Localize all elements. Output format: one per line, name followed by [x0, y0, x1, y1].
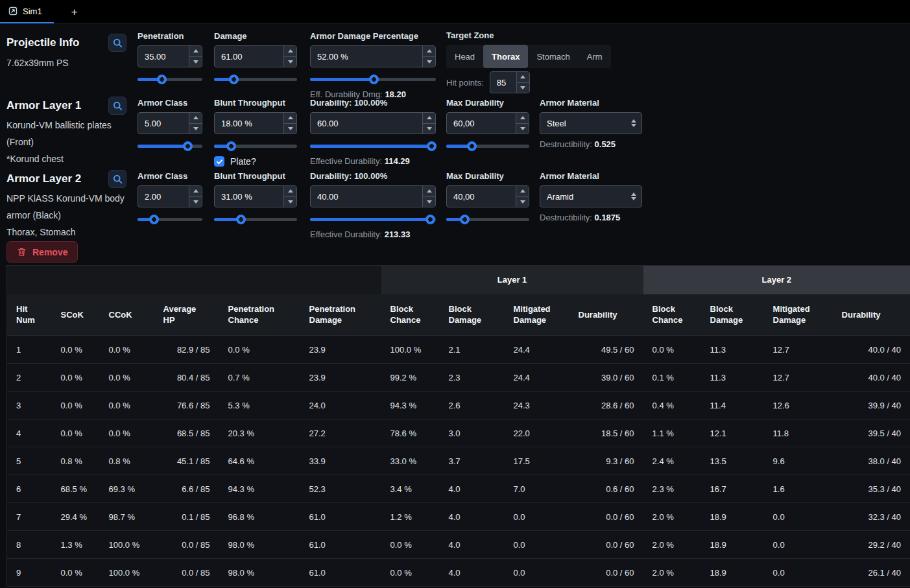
layer1-max-durability-slider[interactable]	[446, 141, 529, 151]
slider-thumb[interactable]	[425, 215, 435, 224]
hit-points-label: Hit points:	[446, 78, 484, 88]
layer2-armor-class-slider[interactable]	[138, 215, 202, 224]
col-average-hp: Average HP	[154, 294, 219, 336]
slider-thumb[interactable]	[369, 75, 379, 84]
zone-button-thorax[interactable]: Thorax	[483, 45, 528, 68]
layer1-material-select[interactable]: Steel	[540, 112, 642, 134]
col-l1-block-chance: Block Chance	[381, 294, 440, 336]
spin-down-button[interactable]	[189, 123, 202, 134]
slider-thumb[interactable]	[467, 141, 477, 151]
table-cell: 32.3 / 40	[833, 503, 910, 531]
table-cell: 0.0 %	[381, 559, 440, 587]
table-cell: 96.8 %	[219, 503, 300, 531]
table-cell: 28.6 / 60	[569, 392, 643, 419]
slider-thumb[interactable]	[229, 75, 239, 84]
spin-down-button[interactable]	[516, 196, 529, 207]
spin-down-button[interactable]	[284, 123, 296, 134]
table-cell: 78.6 %	[381, 419, 440, 447]
table-cell: 82.9 / 85	[154, 336, 219, 364]
layer1-search-button[interactable]	[108, 97, 126, 115]
spin-up-button[interactable]	[284, 46, 296, 56]
spin-up-button[interactable]	[423, 113, 435, 123]
table-cell: 7	[7, 503, 52, 531]
table-cell: 0.0 %	[52, 419, 100, 447]
damage-slider[interactable]	[214, 75, 297, 84]
armor-damage-input[interactable]	[310, 45, 436, 67]
table-cell: 23.9	[300, 336, 381, 364]
penetration-slider[interactable]	[138, 75, 202, 84]
spin-down-button[interactable]	[284, 56, 296, 67]
remove-layer-button[interactable]: Remove	[6, 241, 78, 263]
table-cell: 7.0	[505, 475, 569, 503]
layer1-durability-slider[interactable]	[310, 141, 436, 151]
table-cell: 39.9 / 40	[833, 392, 910, 419]
chevron-up-icon	[520, 189, 525, 193]
tab-sim1[interactable]: Sim1	[0, 0, 54, 23]
new-tab-button[interactable]: +	[71, 6, 78, 18]
spin-up-button[interactable]	[189, 46, 202, 56]
table-cell: 22.0	[505, 419, 569, 447]
layer2-blunt-slider[interactable]	[214, 215, 297, 224]
layer2-max-durability-slider[interactable]	[446, 215, 529, 224]
layer1-blunt-slider[interactable]	[214, 141, 297, 151]
layer2-search-button[interactable]	[108, 170, 126, 188]
table-cell: 3	[7, 392, 52, 419]
spin-down-button[interactable]	[284, 196, 296, 207]
projectile-section-header: Projectile Info	[6, 34, 126, 52]
slider-thumb[interactable]	[149, 215, 159, 224]
spin-down-button[interactable]	[189, 196, 202, 207]
projectile-search-button[interactable]	[108, 34, 126, 52]
slider-thumb[interactable]	[460, 215, 470, 224]
spin-up-button[interactable]	[284, 186, 296, 196]
slider-thumb[interactable]	[236, 215, 246, 224]
spin-down-button[interactable]	[423, 196, 435, 207]
chevron-up-icon	[520, 116, 525, 119]
table-cell: 18.9	[701, 531, 764, 559]
layer1-max-durability-control: Max Durability	[446, 98, 529, 151]
table-cell: 1	[7, 336, 52, 364]
table-cell: 17.5	[505, 447, 569, 475]
slider-thumb[interactable]	[226, 141, 236, 151]
spin-up-button[interactable]	[423, 46, 435, 56]
spin-up-button[interactable]	[423, 186, 435, 196]
destructibility-line: Destructibility: 0.1875	[540, 213, 642, 222]
table-cell: 45.1 / 85	[154, 447, 219, 475]
spin-up-button[interactable]	[284, 113, 296, 123]
destructibility-line: Destructibility: 0.525	[540, 139, 642, 149]
col-l2-block-damage: Block Damage	[701, 294, 764, 336]
chevron-down-icon	[520, 86, 525, 89]
spin-down-button[interactable]	[423, 123, 435, 134]
zone-button-arm[interactable]: Arm	[579, 45, 611, 68]
zone-button-head[interactable]: Head	[446, 45, 483, 68]
chevron-down-icon	[193, 200, 198, 204]
armor-damage-slider[interactable]	[310, 75, 436, 84]
table-row: 30.0 %0.0 %76.6 / 855.3 %24.094.3 %2.624…	[7, 392, 910, 419]
layer2-material-select[interactable]: Aramid	[540, 185, 642, 207]
spin-up-button[interactable]	[189, 186, 202, 196]
layer1-armor-class-slider[interactable]	[138, 141, 202, 151]
slider-thumb[interactable]	[183, 141, 193, 151]
spin-up-button[interactable]	[516, 113, 529, 123]
plate-checkbox[interactable]: Plate?	[214, 156, 297, 167]
spin-down-button[interactable]	[423, 56, 435, 67]
layer1-durability-input[interactable]	[310, 112, 436, 134]
spin-up-button[interactable]	[189, 113, 202, 123]
layer2-durability-slider[interactable]	[310, 215, 436, 224]
tab-bar: Sim1 +	[0, 0, 910, 24]
spin-up-button[interactable]	[517, 72, 529, 82]
spin-down-button[interactable]	[189, 56, 202, 67]
table-cell: 18.9	[701, 503, 764, 531]
layer1-title: Armor Layer 1	[6, 99, 81, 112]
table-cell: 3.0	[440, 419, 505, 447]
slider-thumb[interactable]	[157, 75, 167, 84]
slider-thumb[interactable]	[427, 141, 437, 151]
spin-up-button[interactable]	[516, 186, 529, 196]
table-cell: 39.5 / 40	[833, 419, 910, 447]
spin-down-button[interactable]	[516, 123, 529, 134]
table-cell: 11.3	[701, 364, 764, 392]
table-cell: 0.6 / 60	[569, 475, 643, 503]
layer2-durability-input[interactable]	[310, 185, 436, 207]
spin-down-button[interactable]	[517, 82, 529, 93]
zone-button-stomach[interactable]: Stomach	[528, 45, 578, 68]
table-cell: 38.0 / 40	[833, 447, 910, 475]
